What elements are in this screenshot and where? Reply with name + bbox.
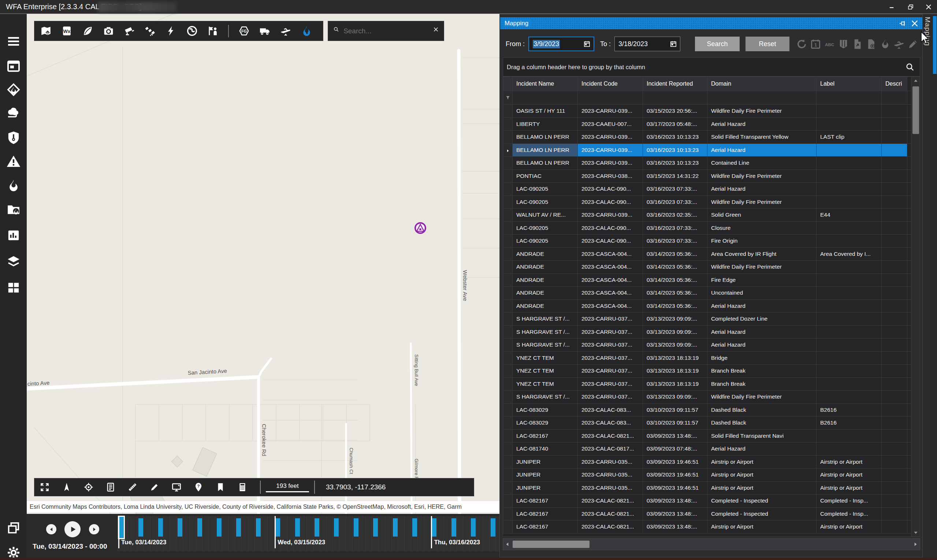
- locate-icon[interactable]: [83, 482, 94, 492]
- column-header[interactable]: Descri: [882, 77, 907, 91]
- cell[interactable]: 03/10/2023 09:11:57: [643, 404, 707, 417]
- table-row[interactable]: LAC-0817402023-CALAC-0817...03/09/2023 0…: [503, 443, 920, 456]
- panel-close-icon[interactable]: [911, 19, 919, 28]
- cell[interactable]: LAC-082167: [513, 430, 578, 443]
- cell[interactable]: Airstrip or Airport: [817, 520, 882, 533]
- cell[interactable]: ANDRADE: [513, 274, 578, 286]
- cell[interactable]: 2023-CASCA-004...: [578, 286, 643, 299]
- warning-triangle-icon[interactable]: [6, 154, 21, 169]
- cell[interactable]: 2023-CARRU-037...: [578, 312, 643, 325]
- satellite-icon[interactable]: [145, 25, 156, 37]
- cell[interactable]: 2023-CALAC-090...: [578, 196, 643, 209]
- cell[interactable]: [882, 144, 907, 157]
- cell[interactable]: 2023-CALAC-0821...: [578, 508, 643, 520]
- window-restore-icon[interactable]: [6, 521, 21, 535]
- table-row[interactable]: JUNIPER2023-CARRU-035...03/09/2023 19:46…: [503, 482, 920, 495]
- cell[interactable]: [817, 183, 882, 195]
- map-shield-icon[interactable]: [838, 38, 849, 50]
- cell[interactable]: [817, 338, 882, 351]
- cctv-camera-icon[interactable]: [124, 25, 135, 37]
- calendar-icon[interactable]: [670, 40, 677, 48]
- cell[interactable]: Completed - Insp...: [817, 494, 882, 507]
- cell[interactable]: Airstrip or Airport: [817, 469, 882, 481]
- cell[interactable]: Wildfire Daily Fire Perimeter: [707, 261, 817, 274]
- cell[interactable]: Wildfire Daily Fire Perimeter: [707, 170, 817, 183]
- weather-wx-icon[interactable]: Wx: [61, 25, 72, 37]
- cell[interactable]: 03/13/2023 09:09:...: [643, 312, 707, 325]
- cell[interactable]: [882, 312, 907, 325]
- cell[interactable]: [817, 391, 882, 403]
- cell[interactable]: Contained Line: [707, 157, 817, 169]
- vertical-scrollbar[interactable]: [911, 77, 920, 537]
- cell[interactable]: Aerial Hazard: [707, 183, 817, 195]
- cell[interactable]: 03/13/2023 09:09:...: [643, 338, 707, 351]
- cell[interactable]: [882, 248, 907, 261]
- cell[interactable]: 2023-CALAC-090...: [578, 183, 643, 195]
- pin-icon[interactable]: [899, 19, 907, 28]
- cell[interactable]: [817, 105, 882, 117]
- cell[interactable]: LAC-082167: [513, 520, 578, 533]
- cell[interactable]: 2023-CALAC-090...: [578, 235, 643, 248]
- cell[interactable]: 2023-CAAEU-007...: [578, 118, 643, 131]
- cell[interactable]: LAC-090205: [513, 183, 578, 195]
- cell[interactable]: 2023-CARRU-037...: [578, 352, 643, 365]
- find-location-icon[interactable]: ?: [193, 482, 203, 492]
- timeline-track[interactable]: Tue, 03/14/2023Wed, 03/15/2023Thu, 03/16…: [117, 516, 499, 551]
- cell[interactable]: Branch Break: [707, 378, 817, 391]
- cell[interactable]: JUNIPER: [513, 482, 578, 494]
- cell[interactable]: 2023-CALAC-090...: [578, 222, 643, 235]
- cell[interactable]: Completed - Insp...: [817, 508, 882, 520]
- table-row[interactable]: LAC-0902052023-CALAC-090...03/16/2023 07…: [503, 235, 920, 248]
- table-row[interactable]: OASIS ST / HY 1112023-CARRU-039...03/15/…: [503, 105, 920, 118]
- cell[interactable]: 03/16/2023 07:33:...: [643, 183, 707, 195]
- cell[interactable]: LAC-090205: [513, 222, 578, 235]
- cell[interactable]: [882, 391, 907, 403]
- cell[interactable]: OASIS ST / HY 111: [513, 105, 578, 117]
- fire-origin-marker-icon[interactable]: [414, 222, 427, 234]
- cell[interactable]: 2023-CALAC-0817...: [578, 443, 643, 455]
- restore-button[interactable]: [902, 0, 919, 14]
- cell[interactable]: 03/16/2023 10:13:23: [643, 144, 707, 157]
- scrollbar-thumb[interactable]: [513, 541, 590, 548]
- cell[interactable]: Closure: [707, 222, 817, 235]
- filter-cell[interactable]: [578, 91, 643, 104]
- cell[interactable]: Aerial Hazard: [707, 144, 817, 157]
- cell[interactable]: [817, 326, 882, 338]
- cell[interactable]: 2023-CASCA-004...: [578, 261, 643, 274]
- table-row[interactable]: LAC-0902052023-CALAC-090...03/16/2023 07…: [503, 222, 920, 235]
- table-row[interactable]: JUNIPER2023-CARRU-035...03/09/2023 19:46…: [503, 469, 920, 482]
- screen-share-icon[interactable]: [171, 482, 182, 492]
- cell[interactable]: Wildfire Daily Fire Perimeter: [707, 196, 817, 209]
- cell[interactable]: [817, 300, 882, 312]
- cell[interactable]: [817, 443, 882, 455]
- fire-folder-icon[interactable]: [6, 202, 21, 217]
- cell[interactable]: [882, 352, 907, 365]
- cell[interactable]: 2023-CASCA-004...: [578, 300, 643, 312]
- cell[interactable]: B2616: [817, 417, 882, 429]
- cell[interactable]: 2023-CARRU-037...: [578, 326, 643, 338]
- table-row[interactable]: LAC-0821672023-CALAC-0821...03/09/2023 1…: [503, 494, 920, 508]
- cell[interactable]: [882, 196, 907, 209]
- cell[interactable]: BELLAMO LN PERR: [513, 157, 578, 169]
- cell[interactable]: 03/14/2023 05:36:...: [643, 274, 707, 286]
- leaf-icon[interactable]: [82, 25, 93, 37]
- scrollbar-thumb[interactable]: [912, 86, 919, 134]
- cell[interactable]: Dashed Black: [707, 417, 817, 429]
- cell[interactable]: 2023-CARRU-035...: [578, 456, 643, 469]
- column-header[interactable]: Label: [817, 77, 882, 91]
- cell[interactable]: 2023-CARRU-039...: [578, 131, 643, 143]
- cell[interactable]: JUNIPER: [513, 469, 578, 481]
- cell[interactable]: Completed - Inspected: [707, 508, 817, 520]
- cell[interactable]: Aerial Hazard: [707, 338, 817, 351]
- cell[interactable]: Uncontained: [707, 286, 817, 299]
- cell[interactable]: Area Covered by IR Flight: [707, 248, 817, 261]
- cell[interactable]: LAC-090205: [513, 196, 578, 209]
- cell[interactable]: Airstrip or Airport: [707, 520, 817, 533]
- cell[interactable]: 03/13/2023 18:13:19: [643, 378, 707, 391]
- table-row[interactable]: YNEZ CT TEM2023-CARRU-037...03/13/2023 1…: [503, 365, 920, 378]
- cell[interactable]: 03/09/2023 13:48:...: [643, 520, 707, 533]
- cell[interactable]: Airstrip or Airport: [817, 482, 882, 494]
- cell[interactable]: [882, 300, 907, 312]
- cell[interactable]: 03/13/2023 18:13:19: [643, 352, 707, 365]
- cell[interactable]: Airstrip or Airport: [707, 469, 817, 481]
